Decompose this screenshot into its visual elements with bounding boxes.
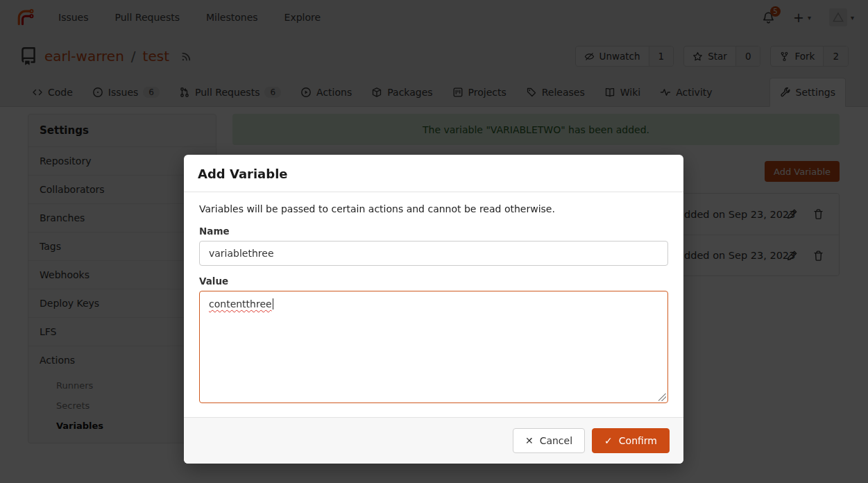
confirm-button[interactable]: ✓ Confirm (592, 428, 670, 453)
textarea-resize-handle[interactable] (658, 393, 666, 401)
modal-description: Variables will be passed to certain acti… (199, 203, 668, 214)
check-icon: ✓ (604, 435, 613, 446)
modal-header: Add Variable (184, 155, 683, 192)
value-field-label: Value (199, 276, 668, 287)
variable-value-textarea[interactable]: contentthree (199, 291, 668, 403)
modal-body: Variables will be passed to certain acti… (184, 192, 683, 417)
confirm-label: Confirm (619, 435, 657, 446)
cancel-button[interactable]: ✕ Cancel (513, 428, 585, 453)
cancel-label: Cancel (540, 435, 572, 446)
value-text: contentthree (209, 298, 272, 310)
add-variable-modal: Add Variable Variables will be passed to… (184, 155, 683, 464)
name-field-label: Name (199, 226, 668, 237)
x-icon: ✕ (525, 435, 534, 446)
text-cursor (273, 298, 273, 310)
variable-name-input[interactable] (199, 241, 668, 266)
modal-footer: ✕ Cancel ✓ Confirm (184, 417, 683, 464)
modal-title: Add Variable (198, 167, 288, 181)
